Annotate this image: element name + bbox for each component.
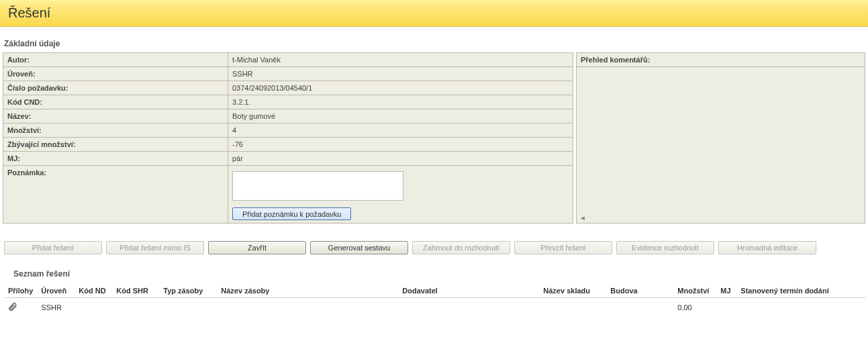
col-uroven[interactable]: Úroveň [37, 284, 75, 298]
comments-panel: Přehled komentářů: ◄ [576, 52, 865, 224]
list-title: Seznam řešení [13, 269, 868, 279]
details-table: Autor: t-Michal Vaněk Úroveň: SSHR Číslo… [3, 52, 573, 224]
comments-body: ◄ [577, 67, 865, 223]
cell-mnozstvi: 0,00 [673, 298, 716, 318]
col-prilohy[interactable]: Přílohy [4, 284, 37, 298]
cell-uroven: SSHR [37, 298, 75, 318]
value-zbyvajici: -76 [228, 138, 573, 152]
page-header: Řešení [0, 0, 868, 27]
value-mnozstvi: 4 [228, 124, 573, 138]
col-mj[interactable]: MJ [716, 284, 736, 298]
solutions-table: Přílohy Úroveň Kód ND Kód SHR Typ zásoby… [4, 284, 865, 317]
prevzit-button[interactable]: Převzít řešení [514, 241, 612, 254]
table-header-row: Přílohy Úroveň Kód ND Kód SHR Typ zásoby… [4, 284, 865, 298]
value-nazev: Boty gumové [228, 109, 573, 124]
col-budova[interactable]: Budova [606, 284, 673, 298]
cell-attachment[interactable] [4, 298, 37, 318]
table-row[interactable]: SSHR 0,00 [4, 298, 865, 318]
paperclip-icon[interactable] [8, 302, 17, 311]
label-autor: Autor: [3, 53, 228, 67]
col-kodshr[interactable]: Kód SHR [112, 284, 159, 298]
comments-title: Přehled komentářů: [577, 53, 865, 67]
value-mj: pár [228, 152, 573, 166]
note-textarea[interactable] [232, 171, 403, 201]
value-autor: t-Michal Vaněk [228, 53, 573, 67]
label-cislo: Číslo požadavku: [3, 81, 228, 95]
label-mj: MJ: [3, 152, 228, 166]
page-title: Řešení [8, 5, 860, 21]
main-row: Autor: t-Michal Vaněk Úroveň: SSHR Číslo… [0, 52, 868, 224]
cell-typzasoby [159, 298, 217, 318]
cell-termin [736, 298, 865, 318]
label-nazev: Název: [3, 109, 228, 124]
generovat-button[interactable]: Generovat sestavu [310, 241, 408, 254]
value-cislo: 0374/24092013/04540/1 [228, 81, 573, 95]
cell-poznamka: Přidat poznámku k požadavku [228, 166, 573, 224]
cell-budova [606, 298, 673, 318]
cell-mj [716, 298, 736, 318]
label-poznamka: Poznámka: [3, 166, 228, 224]
button-row: Přidat řešení Přidat řešení mimo IS Zavř… [0, 234, 868, 261]
zavrit-button[interactable]: Zavřít [208, 241, 306, 254]
hromadna-button[interactable]: Hromadná editace [718, 241, 816, 254]
label-kodcnd: Kód CND: [3, 95, 228, 109]
cell-kodshr [112, 298, 159, 318]
evidence-button[interactable]: Evidence rozhodnutí [616, 241, 714, 254]
cell-kodnd [75, 298, 112, 318]
section-basic-title: Základní údaje [4, 39, 868, 48]
value-uroven: SSHR [228, 67, 573, 81]
col-typzasoby[interactable]: Typ zásoby [159, 284, 217, 298]
col-nazevzasoby[interactable]: Název zásoby [217, 284, 398, 298]
pridat-reseni-button[interactable]: Přidat řešení [4, 241, 102, 254]
cell-nazevzasoby [217, 298, 398, 318]
col-termin[interactable]: Stanovený termín dodání [736, 284, 865, 298]
table-body: SSHR 0,00 [4, 298, 865, 318]
label-mnozstvi: Množství: [3, 124, 228, 138]
cell-dodavatel [398, 298, 539, 318]
value-kodcnd: 3.2.1. [228, 95, 573, 109]
cell-nazevskladu [539, 298, 606, 318]
col-kodnd[interactable]: Kód ND [75, 284, 112, 298]
col-mnozstvi[interactable]: Množství [673, 284, 716, 298]
add-note-button[interactable]: Přidat poznámku k požadavku [232, 207, 351, 220]
pridat-reseni-mimo-button[interactable]: Přidat řešení mimo IS [106, 241, 204, 254]
scroll-left-icon[interactable]: ◄ [579, 214, 586, 222]
col-dodavatel[interactable]: Dodavatel [398, 284, 539, 298]
zahrnout-button[interactable]: Zahrnout do rozhodnutí [412, 241, 510, 254]
label-uroven: Úroveň: [3, 67, 228, 81]
col-nazevskladu[interactable]: Název skladu [539, 284, 606, 298]
label-zbyvajici: Zbývající množství: [3, 138, 228, 152]
